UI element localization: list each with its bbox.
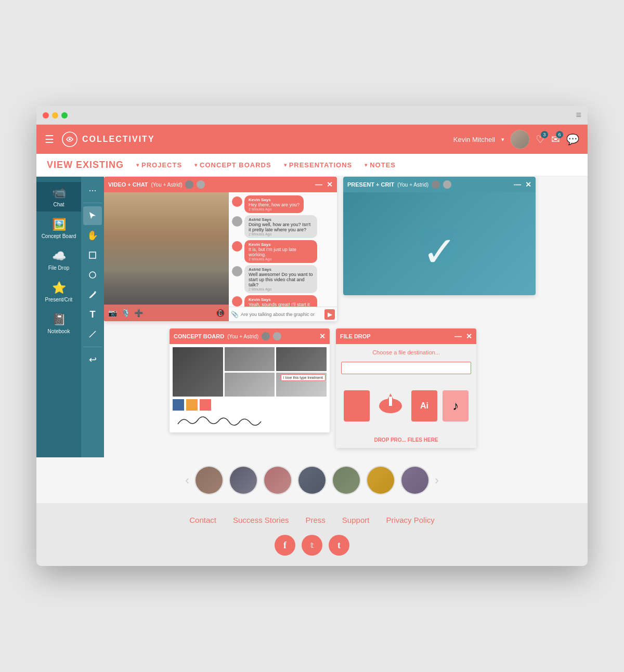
concept-boards-arrow: ▾	[194, 162, 198, 168]
notebook-sidebar-icon: 📓	[52, 313, 66, 326]
avatar-3[interactable]	[263, 466, 292, 495]
svg-rect-10	[389, 397, 392, 406]
avatar-5[interactable]	[332, 466, 361, 495]
footer-link-success-stories[interactable]: Success Stories	[233, 516, 289, 524]
chat-text-5: Yeah, sounds great! I'll start it now!	[249, 302, 313, 307]
logo-icon	[61, 131, 78, 148]
avatar-1[interactable]	[194, 466, 224, 495]
close-file-icon[interactable]: ✕	[466, 332, 472, 340]
tool-rect[interactable]	[83, 246, 102, 265]
sidebar-item-present-crit[interactable]: ⭐ Present/Crit	[36, 277, 81, 307]
chat-sidebar-icon: 📹	[52, 186, 66, 200]
minimize-present-icon[interactable]: —	[514, 180, 521, 189]
tool-undo[interactable]: ↩	[83, 350, 102, 369]
chat-text-1: Hey there, how are you?	[249, 202, 300, 207]
maximize-button[interactable]	[61, 112, 68, 118]
notes-arrow: ▾	[365, 162, 368, 168]
footer-link-privacy-policy[interactable]: Privacy Policy	[386, 516, 434, 524]
sidebar-item-concept-board[interactable]: 🖼️ Concept Board	[36, 214, 81, 243]
chat-message-4: Astrid Says Well awesome! Do you want to…	[232, 265, 334, 293]
nav-item-projects[interactable]: ▾ PROJECTS	[136, 161, 182, 169]
tool-circle[interactable]	[83, 266, 102, 284]
nav-item-presentations[interactable]: ▾ PRESENTATIONS	[284, 161, 353, 169]
mail-icon[interactable]: ✉ 6	[551, 133, 560, 146]
tool-more[interactable]: ···	[83, 181, 102, 200]
file-drop-sidebar-label: File Drop	[48, 265, 70, 271]
chat-avatar-astrid2	[232, 266, 242, 276]
concept-board-sidebar-label: Concept Board	[42, 233, 76, 239]
presentations-arrow: ▾	[284, 162, 287, 168]
present-crit-title: PRESENT + CRIT	[347, 181, 394, 188]
nav-item-notes[interactable]: ▾ NOTES	[365, 161, 396, 169]
avatars-next-button[interactable]: ›	[435, 473, 439, 487]
minimize-button[interactable]	[52, 112, 58, 118]
tool-pen[interactable]	[83, 285, 102, 304]
chat-sender-4: Astrid Says	[249, 267, 313, 272]
chat-icon[interactable]: 💬	[566, 133, 579, 146]
close-present-icon[interactable]: ✕	[525, 180, 531, 189]
video-camera-icon[interactable]: 📷	[108, 309, 117, 317]
nav-item-concept-boards[interactable]: ▾ CONCEPT BOARDS	[194, 161, 271, 169]
file-destination-input[interactable]	[341, 362, 471, 374]
file-drop-zone[interactable]: Ai ♪	[341, 378, 471, 433]
tool-text[interactable]: T	[83, 305, 102, 324]
chat-send-button[interactable]: ▶	[324, 309, 335, 320]
chat-sender-5: Kevin Says	[249, 297, 313, 302]
avatars-prev-button[interactable]: ‹	[185, 473, 189, 487]
dropdown-arrow[interactable]: ▾	[501, 136, 504, 143]
video-end-icon[interactable]: 📵	[216, 309, 225, 317]
pc-avatar2	[443, 180, 451, 189]
present-crit-window: PRESENT + CRIT (You + Astrid) — ✕ ✓	[343, 177, 536, 295]
avatar-7[interactable]	[400, 466, 430, 495]
avatar-6[interactable]	[366, 466, 395, 495]
video-add-icon[interactable]: ➕	[134, 309, 143, 317]
video-chat-header: VIDEO + CHAT (You + Astrid) — ✕	[104, 177, 337, 192]
mail-badge: 6	[556, 131, 563, 138]
chat-bubble-4: Astrid Says Well awesome! Do you want to…	[244, 265, 317, 293]
file-drop-body: Choose a file destination...	[336, 344, 476, 448]
heart-icon[interactable]: ♡ 3	[536, 133, 545, 146]
sidebar-item-notebook[interactable]: 📓 Notebook	[36, 309, 81, 338]
tool-select[interactable]	[83, 206, 102, 225]
close-video-icon[interactable]: ✕	[327, 180, 333, 189]
concept-color-swatches	[173, 399, 327, 411]
file-icon-ai: Ai	[411, 390, 437, 421]
chat-area: Kevin Says Hey there, how are you? 2 Min…	[229, 192, 337, 321]
social-twitter-button[interactable]: 𝕥	[302, 535, 322, 556]
present-crit-controls: — ✕	[514, 180, 531, 189]
tool-line[interactable]	[83, 325, 102, 344]
video-chat-window: VIDEO + CHAT (You + Astrid) — ✕	[104, 177, 337, 321]
tool-hand[interactable]: ✋	[83, 226, 102, 245]
close-button[interactable]	[43, 112, 49, 118]
pc-avatar1	[432, 180, 440, 189]
avatar-4[interactable]	[297, 466, 327, 495]
chat-bubble-3: Kevin Says It is, but I'm just up late w…	[244, 240, 317, 263]
file-drop-window: FILE DROP — ✕ Choose a file destination.…	[336, 328, 476, 448]
hamburger-icon[interactable]: ☰	[45, 133, 54, 146]
app-header: ☰ COLLECTIVITY Kevin Mitchell ▾ ♡ 3	[36, 125, 588, 154]
footer-link-press[interactable]: Press	[306, 516, 326, 524]
chat-text-3: It is, but I'm just up late working.	[249, 247, 313, 257]
social-facebook-button[interactable]: f	[275, 535, 295, 556]
user-avatar	[511, 130, 529, 149]
sidebar-item-file-drop[interactable]: ☁️ File Drop	[36, 245, 81, 275]
concept-board-header: CONCEPT BOARD (You + Astrid) ✕	[170, 328, 330, 344]
chat-time-4: 2 Minutes Ago	[249, 287, 313, 291]
footer-link-support[interactable]: Support	[342, 516, 370, 524]
social-tumblr-button[interactable]: t	[329, 535, 349, 556]
avatar-2[interactable]	[229, 466, 258, 495]
title-bar-menu-icon[interactable]: ≡	[576, 110, 581, 121]
video-mic-icon[interactable]: 🎙️	[121, 309, 130, 317]
chat-input[interactable]	[241, 312, 322, 317]
checkmark-icon: ✓	[422, 228, 457, 276]
attachment-icon[interactable]: 📎	[231, 311, 239, 318]
chat-message-3: Kevin Says It is, but I'm just up late w…	[232, 240, 334, 263]
svg-point-1	[69, 138, 71, 140]
minimize-file-icon[interactable]: —	[454, 332, 462, 340]
footer-link-contact[interactable]: Contact	[189, 516, 216, 524]
svg-point-3	[89, 272, 96, 278]
minimize-video-icon[interactable]: —	[315, 180, 322, 189]
sidebar-item-chat[interactable]: 📹 Chat	[36, 182, 81, 212]
nav-title: VIEW EXISTING	[47, 160, 124, 170]
close-concept-icon[interactable]: ✕	[319, 332, 326, 340]
